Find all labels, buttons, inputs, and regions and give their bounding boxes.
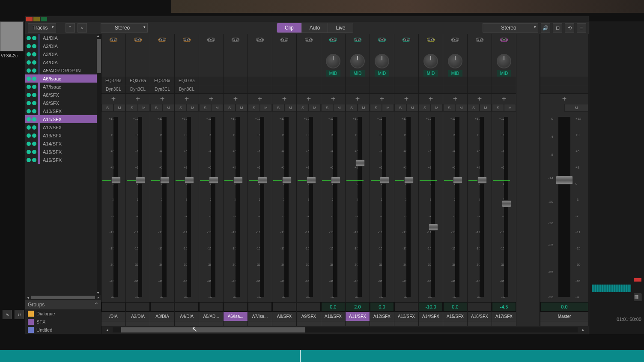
stereo-icon[interactable] <box>134 38 142 42</box>
insert-slot-1[interactable] <box>468 77 492 85</box>
gain-value[interactable]: 0.0 <box>321 302 345 312</box>
add-insert-button[interactable]: + <box>297 94 321 104</box>
strip-name-label[interactable]: A6/Isa... <box>224 312 247 321</box>
insert-slot-2[interactable] <box>272 85 296 94</box>
track-item-A1/DIA[interactable]: A1/DIA <box>25 34 101 42</box>
marker-red-icon[interactable] <box>634 278 641 282</box>
tracks-dropdown[interactable]: Tracks <box>28 23 56 33</box>
strip-name-label[interactable]: /DIA <box>101 312 125 321</box>
scrollbar-thumb[interactable] <box>97 39 101 73</box>
stereo-icon[interactable] <box>280 38 288 42</box>
timeline-strip[interactable] <box>0 350 644 362</box>
strip-name-label[interactable]: A7/Isa... <box>248 312 272 321</box>
solo-button[interactable]: S <box>419 104 431 112</box>
scroll-right-arrow-icon[interactable]: ▸ <box>580 328 586 332</box>
track-led2-icon[interactable] <box>32 85 36 89</box>
solo-button[interactable]: S <box>321 104 333 112</box>
fader-track[interactable] <box>455 117 459 297</box>
add-insert-button[interactable]: + <box>346 94 370 104</box>
insert-slot-1[interactable]: EQ37Ba <box>150 77 174 85</box>
solo-button[interactable]: S <box>492 104 504 112</box>
insert-slot-2[interactable]: Dyn3CL <box>126 85 150 94</box>
fader-thumb[interactable] <box>404 177 414 184</box>
fader-thumb[interactable] <box>209 177 218 184</box>
insert-slot-2[interactable] <box>492 85 516 94</box>
track-led2-icon[interactable] <box>32 93 36 97</box>
gain-value[interactable]: . <box>175 302 199 312</box>
scroll-right-icon[interactable]: ▸ <box>96 296 101 300</box>
gain-value[interactable]: . <box>224 302 247 312</box>
track-led2-icon[interactable] <box>32 101 36 105</box>
mute-button[interactable]: M <box>138 104 150 112</box>
track-item-A2/DIA[interactable]: A2/DIA <box>25 42 101 50</box>
track-item-A6/Isaac[interactable]: A6/Isaac <box>25 74 101 83</box>
groups-header[interactable]: Groups ⌃ <box>25 300 101 309</box>
strip-name-label[interactable]: A15/SFX <box>443 312 467 321</box>
track-led2-icon[interactable] <box>32 158 36 162</box>
timeline-playhead[interactable] <box>300 350 301 362</box>
fader-track[interactable] <box>162 117 167 297</box>
insert-slot-2[interactable] <box>468 85 492 94</box>
solo-button[interactable]: S <box>199 104 211 112</box>
tool-left-icon[interactable]: ∿ <box>3 310 12 319</box>
pan-knob[interactable] <box>497 54 511 68</box>
track-led2-icon[interactable] <box>32 109 36 113</box>
stereo-icon[interactable] <box>110 38 117 42</box>
speaker-gear-icon[interactable]: 🔊 <box>541 23 550 33</box>
add-insert-button[interactable]: + <box>199 94 223 104</box>
mute-button[interactable]: M <box>504 104 516 112</box>
solo-button[interactable]: S <box>346 104 358 112</box>
mixer-h-scroll[interactable]: ◂ ▸ <box>101 326 589 334</box>
track-item-A3/DIA[interactable]: A3/DIA <box>25 50 101 58</box>
h-scroll-thumb[interactable] <box>31 296 95 299</box>
gain-value[interactable]: . <box>248 302 272 312</box>
add-insert-button[interactable]: + <box>248 94 272 104</box>
tool-right-icon[interactable]: ∪ <box>15 310 24 319</box>
track-led2-icon[interactable] <box>32 77 36 81</box>
mute-button[interactable]: M <box>309 104 321 112</box>
track-list[interactable]: A1/DIAA2/DIAA3/DIAA4/DIAA5/ADR DROP INA6… <box>25 34 101 295</box>
insert-slot-2[interactable] <box>297 85 321 94</box>
stereo-icon[interactable] <box>427 38 435 42</box>
output-stereo-dropdown[interactable]: Stereo <box>483 23 538 33</box>
track-item-A13/SFX[interactable]: A13/SFX <box>25 131 101 139</box>
strip-name-label[interactable]: A5/AD... <box>199 312 223 321</box>
gain-value[interactable]: . <box>272 302 296 312</box>
mute-button[interactable]: M <box>480 104 492 112</box>
insert-slot-1[interactable]: EQ37Ba <box>101 77 125 85</box>
fader-thumb[interactable] <box>136 177 145 184</box>
track-led-icon[interactable] <box>27 44 31 48</box>
pan-knob[interactable] <box>350 54 365 68</box>
track-led-icon[interactable] <box>27 101 31 105</box>
fader-track[interactable] <box>431 117 435 297</box>
gain-value[interactable]: -10.0 <box>419 302 443 312</box>
solo-button[interactable]: S <box>150 104 162 112</box>
insert-slot-1[interactable] <box>199 77 223 85</box>
track-item-A9/SFX[interactable]: A9/SFX <box>25 99 101 107</box>
stereo-icon[interactable] <box>158 38 166 42</box>
track-led2-icon[interactable] <box>32 52 36 56</box>
strip-name-label[interactable]: A2/DIA <box>126 312 150 321</box>
track-item-A8/SFX[interactable]: A8/SFX <box>25 91 101 99</box>
master-fader-track[interactable] <box>558 117 570 297</box>
stereo-icon[interactable] <box>378 38 386 42</box>
loop-icon[interactable]: ⟲ <box>565 23 574 33</box>
gain-value[interactable]: . <box>101 302 125 312</box>
fader-thumb[interactable] <box>307 177 316 184</box>
track-led-icon[interactable] <box>27 158 31 162</box>
mode-live-button[interactable]: Live <box>328 23 353 33</box>
track-led-icon[interactable] <box>27 109 31 113</box>
add-insert-button[interactable]: + <box>394 94 418 104</box>
track-led2-icon[interactable] <box>32 142 36 146</box>
insert-slot-2[interactable] <box>199 85 223 94</box>
mute-button[interactable]: M <box>333 104 345 112</box>
fader-track[interactable] <box>211 117 215 297</box>
fader-thumb[interactable] <box>355 160 365 166</box>
fader-thumb[interactable] <box>380 177 389 184</box>
fader-thumb[interactable] <box>477 177 487 184</box>
insert-slot-1[interactable]: EQ37Ba <box>126 77 150 85</box>
input-stereo-dropdown[interactable]: Stereo <box>101 23 148 33</box>
solo-button[interactable]: S <box>175 104 187 112</box>
gain-value[interactable]: . <box>394 302 418 312</box>
insert-slot-1[interactable] <box>443 77 467 85</box>
